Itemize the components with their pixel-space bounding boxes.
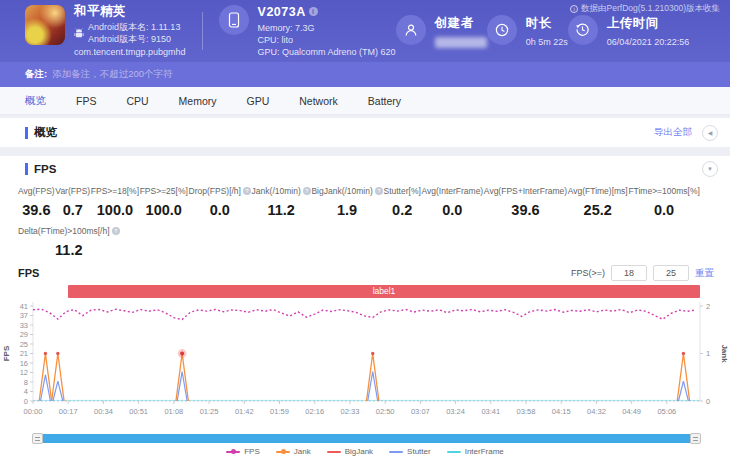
svg-text:33: 33	[20, 321, 28, 330]
android-icon	[74, 28, 84, 39]
stat-jank: Jank(/10min)? 11.2	[252, 186, 311, 218]
chart-label1-band: label1	[68, 285, 700, 298]
person-icon	[396, 15, 426, 45]
svg-text:12: 12	[20, 368, 28, 377]
svg-text:02:16: 02:16	[305, 407, 324, 416]
tab-fps[interactable]: FPS	[76, 95, 96, 107]
fps-section-title: FPS	[34, 163, 56, 175]
duration-label: 时长	[526, 15, 568, 32]
export-all-link[interactable]: 导出全部	[654, 126, 692, 139]
fps-chart-header: FPS FPS(>=) 重置	[0, 261, 730, 285]
reset-button[interactable]: 重置	[695, 267, 714, 280]
stat-fps-ge-18: FPS>=18[%] 100.0	[91, 186, 139, 218]
tab-gpu[interactable]: GPU	[247, 95, 270, 107]
svg-text:03:24: 03:24	[446, 407, 465, 416]
device-name-row: V2073Ai	[258, 5, 396, 19]
svg-text:04:15: 04:15	[552, 407, 571, 416]
legend-item-interframe[interactable]: InterFrame	[447, 447, 504, 456]
fps-threshold-input-2[interactable]	[653, 265, 689, 281]
collapse-left-button[interactable]: ◀	[702, 125, 718, 141]
datazoom-right-handle[interactable]	[690, 433, 701, 444]
collector-note: i 数据由PerfDog(5.1.210300)版本收集	[570, 3, 720, 15]
legend-item-bigjank[interactable]: BigJank	[327, 447, 373, 456]
help-icon[interactable]: ?	[112, 227, 120, 235]
svg-text:Jank: Jank	[720, 344, 729, 363]
overview-section: 概览 导出全部 ◀	[0, 118, 730, 147]
android-version-code: Android版本号: 9150	[88, 33, 180, 45]
svg-text:1: 1	[706, 349, 710, 358]
app-title: 和平精英	[74, 5, 186, 18]
svg-text:03:58: 03:58	[517, 407, 536, 416]
upload-time-label: 上传时间	[607, 15, 690, 32]
duration-group: 时长 0h 5m 22s	[487, 15, 568, 48]
app-package: com.tencent.tmgp.pubgmhd	[74, 48, 186, 57]
perfdog-report-page: i 数据由PerfDog(5.1.210300)版本收集 和平精英	[0, 0, 730, 462]
svg-text:0: 0	[24, 397, 28, 406]
svg-text:01:42: 01:42	[235, 407, 254, 416]
svg-text:03:41: 03:41	[481, 407, 500, 416]
tab-network[interactable]: Network	[299, 95, 338, 107]
clock-icon	[487, 15, 517, 45]
svg-text:16: 16	[20, 359, 28, 368]
stat-avg-fps-interframe: Avg(FPS+InterFrame) 39.6	[484, 186, 567, 218]
section-accent-bar	[25, 163, 28, 175]
fps-threshold-label: FPS(>=)	[571, 268, 605, 278]
svg-text:FPS: FPS	[2, 345, 11, 361]
legend-item-jank[interactable]: Jank	[276, 447, 311, 456]
svg-text:04:49: 04:49	[622, 407, 641, 416]
duration-value: 0h 5m 22s	[526, 36, 568, 48]
stat-avg-ftime: Avg(FTime)[ms] 25.2	[568, 186, 628, 218]
stat-var-fps: Var(FPS) 0.7	[55, 186, 90, 218]
svg-text:29: 29	[20, 330, 28, 339]
svg-text:0: 0	[706, 397, 710, 406]
datazoom-left-handle[interactable]	[32, 433, 43, 444]
help-icon[interactable]: ?	[243, 187, 251, 195]
report-header: i 数据由PerfDog(5.1.210300)版本收集 和平精英	[0, 0, 730, 62]
fps-stats-row: Avg(FPS) 39.6 Var(FPS) 0.7 FPS>=18[%] 10…	[0, 182, 730, 218]
tab-cpu[interactable]: CPU	[126, 95, 148, 107]
legend-swatch	[447, 451, 461, 453]
phone-icon	[219, 5, 249, 35]
legend-swatch	[276, 451, 290, 453]
legend-item-stutter[interactable]: Stutter	[389, 447, 431, 456]
svg-text:37: 37	[20, 311, 28, 320]
creator-name-redacted	[435, 37, 487, 48]
upload-time-group: 上传时间 06/04/2021 20:22:56	[568, 15, 690, 48]
svg-text:25: 25	[20, 340, 28, 349]
fps-threshold-input-1[interactable]	[611, 265, 647, 281]
stat-avg-fps: Avg(FPS) 39.6	[18, 186, 55, 218]
stat-drop-fps: Drop(FPS)[/h]? 0.0	[189, 186, 251, 218]
fps-stats-row2: Delta(FTime)>100ms[/h]? 11.2	[0, 218, 730, 259]
creator-group: 创建者	[396, 15, 487, 48]
svg-text:01:25: 01:25	[200, 407, 219, 416]
legend-swatch	[389, 451, 403, 453]
collapse-down-button[interactable]: ▼	[702, 161, 718, 177]
note-bar[interactable]: 备注: 添加备注，不超过200个字符	[0, 62, 730, 87]
tab-overview[interactable]: 概览	[25, 94, 46, 108]
svg-text:01:59: 01:59	[270, 407, 289, 416]
info-icon: i	[570, 5, 578, 13]
chart-datazoom-scrollbar[interactable]	[33, 434, 700, 443]
svg-text:00:34: 00:34	[94, 407, 113, 416]
fps-chart[interactable]: 413733292521161284021000:0000:1700:3400:…	[0, 298, 730, 434]
svg-text:2: 2	[706, 302, 710, 311]
section-accent-bar	[25, 127, 28, 139]
chart-legend: FPS Jank BigJank Stutter InterFrame	[0, 447, 730, 456]
tab-memory[interactable]: Memory	[179, 95, 217, 107]
tab-battery[interactable]: Battery	[368, 95, 401, 107]
svg-text:02:50: 02:50	[376, 407, 395, 416]
svg-text:01:08: 01:08	[164, 407, 183, 416]
svg-text:4: 4	[24, 387, 28, 396]
svg-text:04:32: 04:32	[587, 407, 606, 416]
device-name: V2073A	[258, 5, 306, 19]
collector-note-text: 数据由PerfDog(5.1.210300)版本收集	[581, 3, 720, 15]
device-info-icon[interactable]: i	[309, 7, 318, 16]
svg-text:41: 41	[20, 302, 28, 311]
stat-stutter: Stutter[%] 0.2	[383, 186, 420, 218]
overview-title: 概览	[34, 125, 57, 140]
help-icon[interactable]: ?	[375, 187, 383, 195]
device-cpu: CPU: lito	[258, 34, 396, 46]
legend-item-fps[interactable]: FPS	[226, 447, 260, 456]
help-icon[interactable]: ?	[303, 187, 311, 195]
svg-text:21: 21	[20, 349, 28, 358]
